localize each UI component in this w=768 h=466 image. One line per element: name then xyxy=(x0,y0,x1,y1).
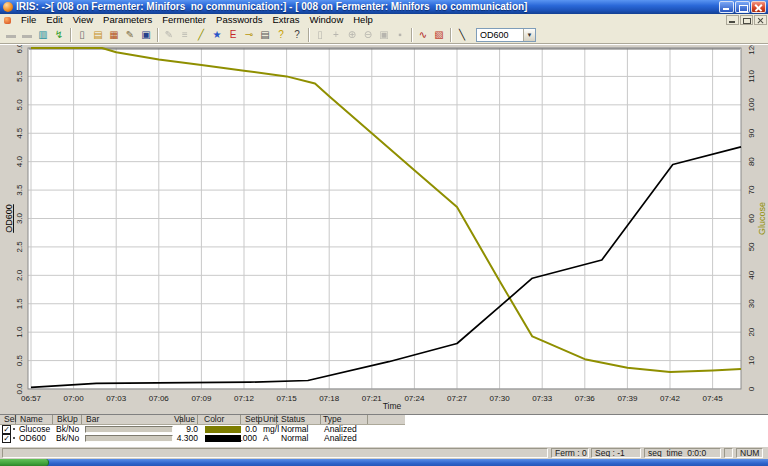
column-header-setp[interactable]: Setp xyxy=(243,415,259,424)
trend-chart-icon[interactable]: ╱ xyxy=(193,27,209,42)
column-header-bkup[interactable]: BkUp xyxy=(55,415,82,424)
window-tile-disabled-icon: ▣ xyxy=(376,27,392,42)
iris-application-window: IRIS: ->[ 008 on Fermenter: Minifors no … xyxy=(0,0,768,466)
menu-edit[interactable]: Edit xyxy=(41,14,67,26)
help-icon[interactable]: ? xyxy=(273,27,289,42)
column-header-name[interactable]: Name xyxy=(18,415,53,424)
line-tool-icon[interactable]: ╲ xyxy=(454,27,470,42)
toolbar-separator xyxy=(308,28,309,42)
restore-button[interactable] xyxy=(735,1,750,13)
run-sequence-icon[interactable]: ↯ xyxy=(51,27,67,42)
menu-passwords[interactable]: Passwords xyxy=(211,14,267,26)
menu-fermenter[interactable]: Fermenter xyxy=(157,14,211,26)
x-tick-label: 07:33 xyxy=(532,394,553,403)
alarm-page-icon[interactable]: ▧ xyxy=(431,27,447,42)
status-seq-time: seq_time 0:0:0 xyxy=(644,448,721,458)
row-focus-dot xyxy=(13,437,15,439)
mdi-document-icon[interactable] xyxy=(4,17,11,24)
toolbar-icons: ▬▬▥↯▯▤▦✎▣✎≡╱★E⊸▤??▯+⊕⊖▣▪∿▧╲ xyxy=(3,27,470,42)
child-restore-button[interactable] xyxy=(740,15,753,25)
menu-bar: FileEditViewParametersFermenterPasswords… xyxy=(0,14,768,26)
x-tick-label: 07:45 xyxy=(703,394,724,403)
zoom-out-disabled-icon: ⊖ xyxy=(360,27,376,42)
right-axis-tick-label: 90 xyxy=(747,128,756,137)
left-axis-tick-label: 2.0 xyxy=(15,269,24,281)
table-row-od600[interactable]: ✓ OD600 Bk/No 4.300 0.000 A Normal Anali… xyxy=(0,434,405,443)
param-value: 4.300 xyxy=(150,434,198,443)
right-axis-tick-label: 20 xyxy=(747,327,756,336)
analog-trend-icon[interactable]: ∿ xyxy=(415,27,431,42)
menu-view[interactable]: View xyxy=(68,14,98,26)
status-bar: Ferm : 0 Seq : -1 seq_time 0:0:0 NUM xyxy=(0,447,768,459)
x-tick-label: 07:18 xyxy=(319,394,340,403)
menu-parameters[interactable]: Parameters xyxy=(98,14,157,26)
status-message-panel xyxy=(2,448,548,458)
status-ferm: Ferm : 0 xyxy=(551,448,589,458)
column-header-value[interactable]: Value xyxy=(160,415,198,424)
left-axis-title: OD600 xyxy=(4,204,14,233)
communication-status-icon[interactable]: ▥ xyxy=(35,27,51,42)
access-key-icon[interactable]: ⊸ xyxy=(241,27,257,42)
x-tick-label: 07:42 xyxy=(660,394,681,403)
x-tick-label: 06:57 xyxy=(21,394,42,403)
x-tick-label: 07:00 xyxy=(64,394,85,403)
left-axis-tick-label: 6.0 xyxy=(15,45,24,54)
zoom-in-disabled-icon: ⊕ xyxy=(344,27,360,42)
toolbar-separator xyxy=(70,28,71,42)
nav-back-disabled-icon: ▬ xyxy=(3,27,19,42)
print-icon[interactable]: ▤ xyxy=(257,27,273,42)
edit-settings-icon[interactable]: ✎ xyxy=(122,27,138,42)
column-header-status[interactable]: Status xyxy=(279,415,321,424)
nav-forward-disabled-icon: ▬ xyxy=(19,27,35,42)
left-axis-tick-label: 3.5 xyxy=(15,184,24,196)
context-help-icon[interactable]: ? xyxy=(289,27,305,42)
toolbar-separator xyxy=(157,28,158,42)
right-axis-tick-label: 40 xyxy=(747,270,756,279)
column-header-type[interactable]: Type xyxy=(321,415,368,424)
param-type: Analized xyxy=(324,434,368,443)
status-spare-panel xyxy=(724,448,733,458)
left-axis-tick-label: 4.0 xyxy=(15,156,24,168)
left-axis-tick-label: 4.5 xyxy=(15,127,24,139)
right-axis-tick-label: 110 xyxy=(747,69,756,82)
close-button[interactable] xyxy=(751,1,766,13)
child-close-button[interactable] xyxy=(754,15,767,25)
status-num-lock: NUM xyxy=(736,448,763,458)
column-header-unit[interactable]: Unit xyxy=(261,415,277,424)
right-axis-tick-label: 100 xyxy=(747,98,756,112)
new-document-icon[interactable]: ▯ xyxy=(74,27,90,42)
row-select-checkbox[interactable]: ✓ xyxy=(2,434,11,443)
save-icon[interactable]: ▣ xyxy=(138,27,154,42)
parameter-select[interactable]: OD600 ▼ xyxy=(476,28,536,42)
right-axis-tick-label: 10 xyxy=(747,356,756,365)
menu-help[interactable]: Help xyxy=(348,14,378,26)
param-setpoint: 0.000 xyxy=(225,434,257,443)
x-tick-label: 07:24 xyxy=(404,394,425,403)
start-button-fragment[interactable] xyxy=(0,459,49,466)
menu-window[interactable]: Window xyxy=(304,14,348,26)
child-minimize-button[interactable] xyxy=(726,15,739,25)
column-header-color[interactable]: Color xyxy=(202,415,241,424)
right-axis-tick-label: 0 xyxy=(747,386,756,391)
right-axis-tick-label: 60 xyxy=(747,214,756,223)
left-axis-tick-label: 5.0 xyxy=(15,99,24,111)
minimize-button[interactable] xyxy=(719,1,734,13)
x-tick-label: 07:03 xyxy=(106,394,127,403)
left-axis-tick-label: 0.5 xyxy=(15,354,24,366)
open-document-icon[interactable]: ▤ xyxy=(90,27,106,42)
combo-dropdown-arrow[interactable]: ▼ xyxy=(523,29,535,41)
param-status: Normal xyxy=(281,434,321,443)
column-header-sel[interactable]: Sel xyxy=(2,415,16,424)
trend-chart-panel: 06:5707:0007:0307:0607:0907:1207:1507:18… xyxy=(0,44,768,414)
left-axis-tick-label: 5.5 xyxy=(15,70,24,82)
row-select-checkbox[interactable]: ✓ xyxy=(2,425,11,434)
trend-markers-icon[interactable]: ★ xyxy=(209,27,225,42)
menu-items: FileEditViewParametersFermenterPasswords… xyxy=(16,14,378,26)
menu-extras[interactable]: Extras xyxy=(268,14,305,26)
left-axis-tick-label: 3.0 xyxy=(15,212,24,224)
x-tick-label: 07:30 xyxy=(490,394,511,403)
menu-file[interactable]: File xyxy=(16,14,41,26)
event-list-icon[interactable]: E xyxy=(225,27,241,42)
x-tick-label: 07:21 xyxy=(362,394,383,403)
import-config-icon[interactable]: ▦ xyxy=(106,27,122,42)
